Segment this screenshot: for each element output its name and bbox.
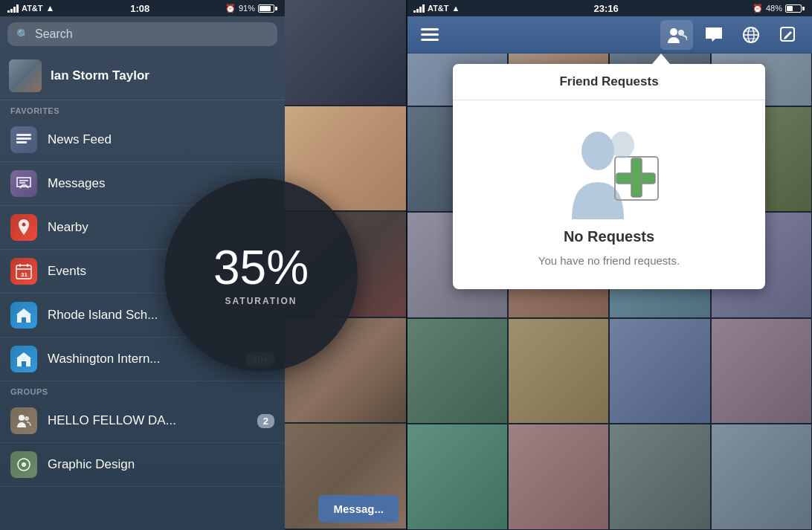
- right-signal-bars-icon: [413, 4, 425, 13]
- svg-rect-20: [421, 33, 439, 36]
- friends-button[interactable]: [660, 20, 693, 50]
- svg-point-22: [670, 28, 677, 36]
- svg-rect-2: [16, 141, 27, 143]
- svg-point-15: [19, 415, 25, 421]
- no-requests-title: No Requests: [564, 228, 654, 245]
- nearby-icon: [10, 214, 37, 241]
- svg-point-5: [22, 223, 26, 227]
- globe-button[interactable]: [735, 20, 767, 50]
- svg-rect-32: [631, 158, 642, 197]
- sidebar-item-hello-fellow[interactable]: HELLO FELLOW DA... 2: [0, 399, 285, 443]
- svg-rect-14: [22, 361, 26, 366]
- photo-cell-1: [285, 0, 406, 106]
- svg-point-23: [678, 30, 684, 36]
- bg-photo-18: [508, 424, 610, 530]
- svg-point-34: [610, 132, 634, 158]
- svg-point-18: [22, 462, 26, 467]
- bg-photo-14: [508, 318, 610, 424]
- left-saturation-overlay: 35% SATURATION: [164, 178, 358, 372]
- hello-fellow-label: HELLO FELLOW DA...: [48, 413, 247, 428]
- right-battery-nub: [802, 7, 805, 10]
- battery-fill: [260, 6, 271, 11]
- chat-button[interactable]: [697, 20, 730, 50]
- left-status-bar: AT&T ▲ 1:08 ⏰ 91%: [0, 0, 285, 16]
- bg-photo-16: [711, 318, 813, 424]
- school2-icon: [10, 346, 37, 372]
- left-time: 1:08: [130, 3, 149, 14]
- favorites-section-header: FAVORITES: [0, 100, 285, 118]
- fr-pointer: [652, 54, 670, 64]
- groups-icon: [10, 407, 37, 434]
- svg-rect-21: [421, 39, 439, 41]
- bg-photo-15: [609, 318, 711, 424]
- user-profile[interactable]: Ian Storm Taylor: [0, 52, 285, 100]
- left-carrier: AT&T: [22, 4, 43, 13]
- right-toolbar: [406, 16, 812, 54]
- battery-nub: [275, 7, 277, 10]
- panel-divider: [406, 0, 407, 530]
- right-battery-percent: 48%: [766, 4, 782, 13]
- bg-photo-13: [406, 318, 508, 424]
- right-battery-fill: [787, 6, 793, 11]
- user-avatar-icon: [9, 59, 42, 92]
- svg-text:31: 31: [21, 271, 28, 278]
- user-name: Ian Storm Taylor: [51, 68, 149, 83]
- left-saturation-percent: 35%: [213, 244, 309, 291]
- compose-button[interactable]: [772, 20, 805, 50]
- bg-photo-19: [609, 424, 711, 530]
- battery-icon: [258, 4, 277, 13]
- graphic-design-label: Graphic Design: [48, 457, 274, 472]
- signal-bars-icon: [7, 4, 19, 13]
- avatar: [9, 59, 42, 92]
- left-panel: AT&T ▲ 1:08 ⏰ 91% 🔍 Search: [0, 0, 406, 530]
- right-alarm-icon: ⏰: [753, 4, 763, 13]
- right-battery-area: ⏰ 48%: [753, 4, 805, 13]
- friend-requests-title: Friend Requests: [453, 64, 765, 100]
- right-wifi-icon: ▲: [452, 4, 460, 13]
- friend-requests-panel: Friend Requests No Requests You have no: [453, 54, 765, 289]
- school-icon: [10, 302, 37, 329]
- battery-body: [258, 4, 274, 13]
- sidebar-item-graphic-design[interactable]: Graphic Design: [0, 443, 285, 487]
- right-status-bar: AT&T ▲ 23:16 ⏰ 48%: [406, 0, 812, 16]
- right-battery-body: [785, 4, 802, 13]
- messages-icon: [10, 170, 37, 197]
- svg-rect-1: [16, 138, 31, 140]
- svg-rect-12: [22, 317, 26, 323]
- right-panel: AT&T ▲ 23:16 ⏰ 48%: [406, 0, 812, 530]
- svg-rect-19: [421, 28, 439, 30]
- sidebar-item-news-feed[interactable]: News Feed: [0, 118, 285, 162]
- groups-section-header: GROUPS: [0, 381, 285, 399]
- wifi-icon: ▲: [46, 3, 55, 13]
- hello-fellow-badge: 2: [257, 414, 274, 428]
- graphic-icon: [10, 451, 37, 478]
- right-signal: AT&T ▲: [413, 4, 460, 13]
- left-signal: AT&T ▲: [7, 3, 54, 13]
- friend-requests-content: No Requests You have no friend requests.: [453, 100, 765, 289]
- no-requests-subtitle: You have no friend requests.: [538, 254, 680, 267]
- friend-requests-card: Friend Requests No Requests You have no: [453, 64, 765, 289]
- search-placeholder: Search: [35, 28, 73, 41]
- right-time: 23:16: [594, 3, 619, 14]
- left-battery: ⏰ 91%: [225, 4, 277, 13]
- svg-point-16: [25, 416, 29, 421]
- right-carrier: AT&T: [428, 4, 449, 13]
- alarm-icon: ⏰: [225, 4, 236, 13]
- hamburger-menu-button[interactable]: [413, 20, 446, 50]
- events-icon: 31: [10, 258, 37, 285]
- search-icon: 🔍: [16, 28, 29, 40]
- bg-photo-20: [711, 424, 813, 530]
- right-battery-icon: [785, 4, 805, 13]
- svg-point-30: [581, 132, 614, 170]
- bg-photo-17: [406, 424, 508, 530]
- search-bar[interactable]: 🔍 Search: [7, 22, 277, 46]
- add-friend-icon: [550, 123, 668, 219]
- news-feed-label: News Feed: [48, 132, 274, 147]
- message-button[interactable]: Messag...: [318, 495, 399, 523]
- left-battery-percent: 91%: [239, 4, 255, 13]
- news-feed-icon: [10, 126, 37, 153]
- svg-rect-0: [16, 134, 31, 136]
- left-saturation-label: SATURATION: [225, 296, 297, 306]
